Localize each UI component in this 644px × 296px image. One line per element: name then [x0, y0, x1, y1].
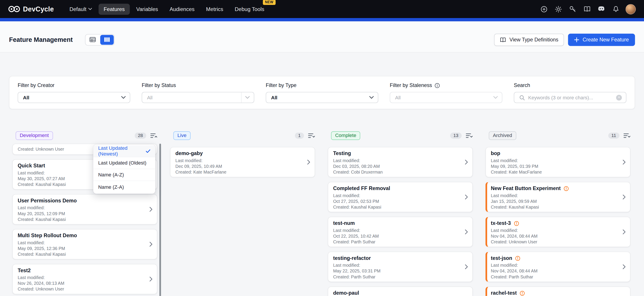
card-title: tx-test-3 — [491, 221, 511, 226]
debug-tools-label: Debug Tools — [235, 6, 264, 12]
card-created: Created: Kaushal Kapasi — [18, 216, 146, 222]
card-title-row: Test2 — [18, 268, 146, 273]
creator-select[interactable]: All — [18, 92, 130, 103]
sort-dropdown-menu: Last Updated (Newest)Last Updated (Oldes… — [93, 144, 155, 194]
feature-card[interactable]: Multi Step Rollout DemoLast modified:May… — [12, 229, 157, 260]
create-new-feature-label: Create New Feature — [582, 37, 629, 42]
feature-card[interactable]: bopLast modified:May 09, 2025, 01:39 PMC… — [486, 147, 630, 177]
main-nav: Default Features Variables Audiences Met… — [64, 3, 269, 14]
nav-item-variables[interactable]: Variables — [131, 3, 163, 14]
page-title: Feature Management — [9, 36, 73, 43]
count-badge: 28 — [135, 132, 146, 139]
nav-item-audiences[interactable]: Audiences — [165, 3, 200, 14]
feature-card[interactable]: test-numLast modified:Oct 22, 2025, 10:4… — [328, 217, 473, 247]
column-archived: Archived11bopLast modified:May 09, 2025,… — [486, 131, 630, 296]
card-title-row: demo-gaby — [176, 151, 304, 156]
card-title: rachel-test — [491, 290, 517, 296]
sort-button[interactable] — [308, 133, 315, 138]
sort-button[interactable] — [466, 133, 473, 138]
feature-card[interactable]: New Feat Button ExperimentLast modified:… — [486, 182, 630, 212]
card-modified-label: Last modified: — [18, 275, 146, 280]
card-modified-label: Last modified: — [491, 227, 619, 233]
card-modified-label: Last modified: — [333, 158, 462, 163]
list-view-button[interactable] — [86, 34, 100, 44]
sort-button[interactable] — [150, 133, 157, 138]
documentation-book-icon[interactable] — [582, 4, 592, 13]
search-input[interactable]: Keywords (3 or more chars)... ✕ — [514, 92, 626, 103]
status-pill: Development — [16, 131, 53, 140]
project-selector[interactable]: Default — [64, 3, 97, 14]
devcycle-app: DevCycle Default Features Variables Audi… — [0, 0, 644, 296]
filter-status-label: Filter by Status — [142, 83, 254, 88]
nav-item-debug-tools[interactable]: Debug Tools NEW — [230, 3, 269, 14]
user-avatar-icon[interactable] — [626, 4, 636, 14]
kanban-view-button[interactable] — [100, 34, 114, 44]
feature-card[interactable]: Completed FF RemovalLast modified:Oct 27… — [328, 182, 473, 212]
status-pill: Live — [173, 131, 190, 140]
add-circle-icon[interactable] — [539, 4, 548, 13]
card-modified-label: Last modified: — [491, 193, 619, 198]
search-icon — [519, 95, 525, 100]
column-scrollbar[interactable] — [159, 144, 161, 296]
chevron-right-icon — [465, 230, 468, 234]
card-created: Created: Kaushal Kapasi — [491, 204, 619, 210]
chevron-right-icon — [465, 195, 468, 199]
card-created: Created: Unknown User — [491, 239, 619, 245]
nav-item-metrics[interactable]: Metrics — [201, 3, 228, 14]
devcycle-logo-icon — [8, 5, 20, 13]
card-title-row: test-json — [491, 255, 619, 261]
card-modified-date: Oct 22, 2025, 10:42 AM — [333, 233, 462, 239]
sort-option-label: Last Updated (Newest) — [98, 145, 146, 157]
filter-creator-label: Filter by Creator — [18, 83, 130, 88]
sort-option[interactable]: Name (A-Z) — [93, 169, 155, 181]
discord-icon[interactable] — [597, 4, 606, 13]
card-title-row: testing-refactor — [333, 255, 462, 261]
notifications-bell-icon[interactable] — [611, 4, 620, 13]
card-created: Created: Kate MacFarlane — [176, 169, 304, 175]
feature-card[interactable]: User Permissions DemoLast modified:May 2… — [12, 194, 157, 224]
feature-card[interactable]: TestingLast modified:Dec 03, 2025, 08:20… — [328, 147, 473, 177]
column-live: Live1demo-gabyLast modified:Dec 09, 2025… — [170, 131, 315, 296]
card-title: demo-gaby — [176, 151, 203, 156]
devcycle-logo[interactable]: DevCycle — [8, 5, 54, 13]
create-new-feature-button[interactable]: Create New Feature — [568, 33, 635, 46]
api-keys-icon[interactable] — [568, 4, 577, 13]
search-label: Search — [514, 83, 626, 88]
sort-option[interactable]: Last Updated (Oldest) — [93, 157, 155, 169]
feature-card[interactable]: rachel-test — [486, 287, 630, 296]
card-modified-date: Dec 03, 2025, 08:20 AM — [333, 163, 462, 169]
feature-card[interactable]: Test2Last modified:Nov 26, 2024, 08:13 A… — [12, 264, 157, 294]
chevron-right-icon — [465, 160, 468, 165]
status-select-value: All — [147, 95, 152, 100]
settings-gear-icon[interactable] — [554, 4, 563, 13]
chevron-down-icon — [369, 96, 374, 99]
staleness-select[interactable]: All — [390, 92, 502, 103]
view-type-definitions-button[interactable]: View Type Definitions — [494, 33, 564, 46]
nav-item-features[interactable]: Features — [99, 3, 130, 14]
card-created: Created: Kaushal Kapasi — [333, 204, 462, 210]
column-complete: Complete13TestingLast modified:Dec 03, 2… — [328, 131, 473, 296]
card-modified-date: Nov 26, 2024, 08:13 AM — [18, 280, 146, 286]
type-select-value: All — [271, 95, 278, 100]
feature-card[interactable]: testing-refactorLast modified:May 22, 20… — [328, 252, 473, 282]
feature-card[interactable]: test-jsonLast modified:Nov 04, 2024, 08:… — [486, 252, 630, 282]
status-pill: Complete — [331, 131, 360, 140]
card-title: Completed FF Removal — [333, 185, 390, 191]
sort-option[interactable]: Name (Z-A) — [93, 181, 155, 193]
status-select[interactable]: All — [142, 92, 254, 103]
sort-option-label: Name (A-Z) — [98, 172, 124, 178]
feature-card[interactable]: demo-paul — [328, 287, 473, 296]
clear-search-icon[interactable]: ✕ — [616, 95, 622, 100]
sort-option[interactable]: Last Updated (Newest) — [93, 145, 155, 157]
sort-button[interactable] — [624, 133, 630, 138]
card-modified-label: Last modified: — [333, 227, 462, 233]
chevron-right-icon — [622, 264, 626, 269]
brand-name: DevCycle — [23, 5, 54, 13]
card-title: New Feat Button Experiment — [491, 185, 561, 191]
feature-card[interactable]: tx-test-3Last modified:Nov 04, 2024, 08:… — [486, 217, 630, 247]
card-title-row: bop — [491, 151, 619, 156]
stale-warning-icon — [520, 290, 525, 296]
feature-card[interactable]: demo-gabyLast modified:Dec 09, 2025, 10:… — [170, 147, 315, 177]
info-icon[interactable] — [434, 83, 440, 88]
type-select[interactable]: All — [266, 92, 378, 103]
